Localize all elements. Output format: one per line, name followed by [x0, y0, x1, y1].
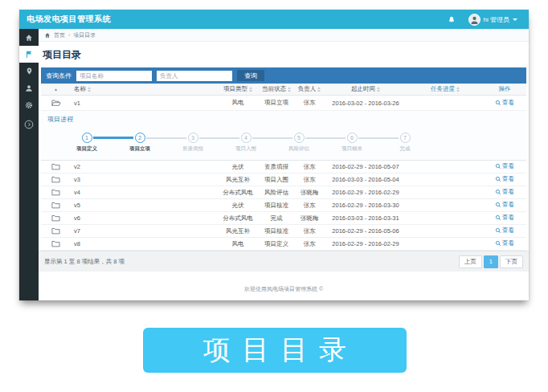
cell-status: 项目入围 — [258, 176, 295, 184]
cell-name: v3 — [71, 176, 218, 183]
folder-icon[interactable] — [41, 163, 71, 170]
cell-name: v6 — [71, 214, 218, 222]
user-menu[interactable]: hi 管理员 — [465, 10, 521, 29]
magnifier-icon — [495, 240, 501, 247]
breadcrumb: 首页 › 项目目录 — [39, 29, 529, 42]
sidebar-item-users[interactable] — [19, 80, 39, 96]
header-name[interactable]: 名称 — [71, 85, 218, 93]
table-row[interactable]: v6 分布式风电 完成 张晓梅 2016-03-03 - 2016-03-31 … — [41, 212, 526, 225]
view-button[interactable]: 查看 — [495, 175, 514, 183]
header-dates[interactable]: 起止时间 — [324, 85, 407, 93]
breadcrumb-home-icon — [44, 32, 51, 39]
view-button[interactable]: 查看 — [495, 214, 514, 222]
query-label: 查询条件 — [46, 71, 72, 80]
folder-icon[interactable] — [41, 227, 71, 235]
cell-owner: 张晓梅 — [295, 214, 324, 223]
avatar — [468, 14, 481, 26]
table-row[interactable]: v3 风光互补 项目入围 张东 2016-03-03 - 2016-05-04 … — [41, 174, 526, 186]
view-button[interactable]: 查看 — [495, 239, 514, 247]
app-footer: 欢迎使用风电场项目管理系统 © — [41, 285, 526, 300]
table-row[interactable]: v4 分布式风电 风险评估 张晓梅 2016-02-29 - 2016-02-2… — [41, 186, 526, 199]
sort-icon — [249, 87, 252, 92]
process-panel: 项目进程 1项目定义 2项目立项 3资质填报 4项目入围 5风险评估 6项目核准… — [41, 111, 526, 161]
folder-icon[interactable] — [41, 189, 71, 196]
step-1: 1项目定义 — [60, 133, 113, 153]
cell-status: 完成 — [258, 214, 295, 223]
cell-name: v5 — [71, 202, 218, 209]
cell-type: 光伏 — [218, 202, 258, 210]
chevron-down-icon — [513, 18, 517, 21]
table-row[interactable]: v7 风光互补 项目核准 张东 2016-02-29 - 2016-05-06 … — [41, 225, 526, 238]
next-page-button[interactable]: 下页 — [500, 255, 523, 268]
header-type[interactable]: 项目类型 — [218, 85, 258, 93]
folder-icon[interactable] — [41, 202, 71, 209]
map-pin-icon — [26, 67, 33, 76]
breadcrumb-separator: › — [68, 32, 70, 38]
header-sort[interactable]: ▲ — [41, 87, 71, 92]
cell-dates: 2016-02-29 - 2016-02-29 — [324, 189, 407, 196]
project-name-input[interactable] — [76, 71, 152, 81]
cell-status: 项目定义 — [258, 240, 295, 248]
breadcrumb-current: 项目目录 — [73, 31, 96, 39]
cell-type: 风电 — [218, 99, 258, 107]
user-icon — [25, 84, 33, 92]
cell-dates: 2016-03-03 - 2016-03-31 — [324, 214, 407, 222]
header-owner[interactable]: 负责人 — [295, 85, 324, 93]
table-row[interactable]: v5 光伏 项目核准 张东 2016-02-29 - 2016-03-30 86… — [41, 199, 526, 212]
app-title: 电场发电项目管理系统 — [19, 14, 111, 25]
view-button[interactable]: 查看 — [495, 99, 514, 107]
cell-dates: 2016-03-03 - 2016-05-04 — [324, 176, 407, 183]
table-row[interactable]: v1 风电 项目立项 张东 2016-03-02 - 2016-03-26 29… — [41, 96, 526, 111]
sidebar-item-projects[interactable] — [19, 46, 39, 63]
magnifier-icon — [495, 189, 501, 195]
notifications-button[interactable] — [444, 10, 459, 29]
sidebar-item-map[interactable] — [19, 63, 39, 80]
app-window: 电场发电项目管理系统 hi 管理员 — [19, 10, 529, 300]
prev-page-button[interactable]: 上页 — [459, 255, 482, 268]
step-2: 2项目立项 — [113, 133, 166, 153]
process-label[interactable]: 项目进程 — [47, 115, 520, 124]
content-spacer — [41, 272, 526, 285]
header-progress[interactable]: 任务进度 — [407, 85, 483, 93]
magnifier-icon — [495, 163, 501, 169]
table-row[interactable]: v8 风电 项目定义 张东 2016-02-29 - 2016-02-29 14… — [41, 238, 526, 251]
cell-type: 分布式风电 — [218, 189, 258, 197]
cell-type: 风电 — [218, 240, 258, 248]
page-1-button[interactable]: 1 — [484, 255, 498, 268]
cell-type: 风光互补 — [218, 176, 258, 184]
header-status[interactable]: 当前状态 — [258, 85, 295, 93]
owner-input[interactable] — [157, 71, 232, 81]
pagination-bar: 显示第 1 至 8 项结果，共 8 项 上页 1 下页 — [39, 251, 529, 272]
folder-open-icon[interactable] — [41, 99, 71, 107]
cell-owner: 张东 — [295, 202, 324, 210]
magnifier-icon — [495, 202, 501, 208]
step-6: 6项目核准 — [325, 133, 378, 153]
cell-owner: 张东 — [295, 99, 324, 107]
table-row[interactable]: v2 光伏 资质填报 张东 2016-02-29 - 2016-05-07 32… — [41, 161, 526, 174]
cell-type: 光伏 — [218, 163, 258, 171]
sidebar-item-settings[interactable] — [19, 96, 39, 113]
pagination-info: 显示第 1 至 8 项结果，共 8 项 — [44, 258, 125, 266]
breadcrumb-home[interactable]: 首页 — [54, 31, 65, 39]
sidebar-collapse-button[interactable] — [19, 116, 39, 133]
cell-status: 项目核准 — [258, 202, 295, 210]
view-button[interactable]: 查看 — [495, 201, 514, 209]
cell-name: v4 — [71, 189, 218, 196]
folder-icon[interactable] — [41, 176, 71, 183]
caption-chip: 项目目录 — [143, 328, 407, 373]
view-button[interactable]: 查看 — [495, 188, 514, 196]
view-button[interactable]: 查看 — [495, 162, 514, 170]
step-3: 3资质填报 — [166, 133, 219, 153]
sort-icon — [377, 87, 380, 92]
flag-icon — [25, 50, 33, 59]
cell-dates: 2016-02-29 - 2016-02-29 — [324, 240, 407, 247]
view-button[interactable]: 查看 — [495, 227, 514, 235]
cell-type: 分布式风电 — [218, 214, 258, 223]
folder-icon[interactable] — [41, 240, 71, 247]
caption-label: 项目目录 — [192, 332, 358, 369]
folder-icon[interactable] — [41, 214, 71, 222]
cell-dates: 2016-03-02 - 2016-03-26 — [324, 100, 407, 107]
home-icon — [25, 34, 33, 42]
sidebar-item-home[interactable] — [19, 29, 39, 46]
search-button[interactable]: 查询 — [237, 70, 264, 81]
